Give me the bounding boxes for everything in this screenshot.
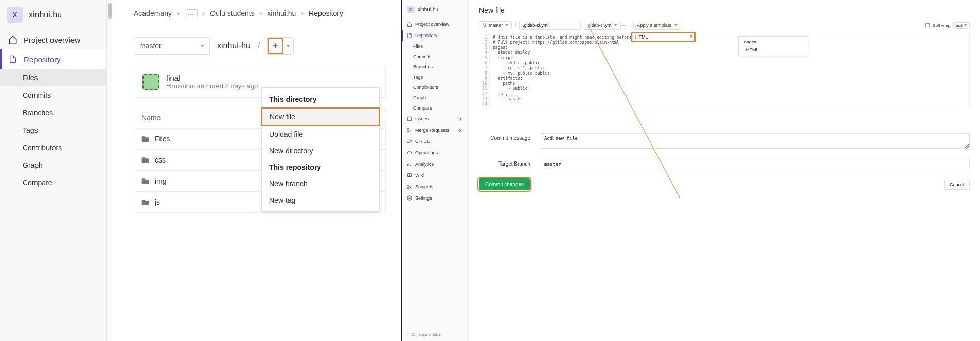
issues-icon	[407, 116, 412, 121]
scroll-thumb[interactable]	[108, 3, 112, 19]
svg-point-3	[407, 128, 409, 130]
commit-message-input[interactable]	[541, 133, 970, 149]
nav-sub-contributors[interactable]: Contributors	[0, 139, 106, 156]
file-icon	[8, 55, 17, 64]
chevron-down-icon	[964, 24, 967, 26]
bc-ellipsis[interactable]: …	[185, 9, 198, 17]
nav-sub-graph[interactable]: Graph	[0, 156, 106, 174]
project-avatar: X	[7, 7, 23, 23]
chevron-right-icon: ›	[203, 9, 205, 17]
target-branch-input[interactable]	[541, 159, 970, 169]
file-toolbar: master / .gitlab-ci.yml → Apply a templa…	[479, 21, 970, 30]
close-icon[interactable]: ✕	[689, 34, 693, 39]
branch-select[interactable]: master	[479, 21, 512, 29]
template-select[interactable]: Apply a template	[633, 21, 681, 30]
issues-badge: 0	[457, 117, 463, 121]
add-caret[interactable]	[283, 38, 293, 54]
template-dd-heading: Pages	[739, 38, 808, 46]
filename-input[interactable]	[519, 21, 581, 30]
dd-new-directory[interactable]: New directory	[262, 142, 379, 159]
nav-ops-label: Operations	[415, 150, 438, 155]
content-right: New file master / .gitlab-ci.yml → Apply	[469, 0, 980, 341]
dd-new-tag[interactable]: New tag	[262, 192, 379, 208]
fork-icon	[483, 23, 487, 27]
nav-sub-tags[interactable]: Tags	[402, 72, 468, 82]
chevron-right-icon: ›	[260, 9, 262, 17]
gear-icon	[407, 195, 412, 201]
path-slash: /	[258, 41, 260, 50]
softwrap-label: Soft wrap	[933, 23, 950, 28]
nav-sub-graph[interactable]: Graph	[402, 93, 468, 103]
dd-upload-file[interactable]: Upload file	[262, 126, 379, 142]
page-title: New file	[479, 6, 970, 14]
nav-sub-compare[interactable]: Compare	[0, 174, 106, 191]
nav-overview-label: Project overview	[24, 35, 80, 44]
scissors-icon	[407, 184, 412, 189]
nav-sub-tags[interactable]: Tags	[0, 121, 106, 139]
nav-wiki[interactable]: Wiki	[402, 170, 468, 181]
nav-overview[interactable]: Project overview	[402, 19, 468, 30]
nav-cicd[interactable]: CI / CD	[402, 136, 468, 147]
nav-snippets[interactable]: Snippets	[402, 181, 468, 192]
nav-sub-branches[interactable]: Branches	[402, 62, 468, 72]
code-body[interactable]: # This file is a template, and might nee…	[490, 33, 969, 107]
svg-point-4	[407, 131, 409, 132]
code-editor[interactable]: 1234567891011121314 # This file is a tem…	[479, 33, 970, 107]
nav-sub-contributors[interactable]: Contributors	[402, 82, 468, 93]
nav-settings[interactable]: Settings	[402, 192, 468, 204]
add-button[interactable]	[268, 38, 283, 54]
svg-point-12	[409, 198, 411, 199]
bc-xinhui[interactable]: xinhui.hu	[267, 9, 296, 17]
dd-new-branch[interactable]: New branch	[262, 175, 379, 192]
nav-overview[interactable]: Project overview	[0, 30, 106, 49]
template-dd-html[interactable]: HTML	[739, 46, 808, 54]
home-icon	[8, 35, 17, 44]
nav-sub-files[interactable]: Files	[0, 69, 106, 86]
path-label[interactable]: xinhui-hu	[217, 41, 251, 50]
collapse-sidebar[interactable]: « Collapse sidebar	[407, 332, 442, 337]
nav-merge-requests[interactable]: Merge Requests 0	[402, 124, 468, 136]
nav-sub-compare[interactable]: Compare	[402, 103, 468, 113]
home-icon	[407, 22, 412, 27]
svg-rect-2	[407, 117, 412, 121]
nav-sub-commits[interactable]: Commits	[402, 51, 468, 62]
nav-sub-files[interactable]: Files	[402, 41, 468, 51]
nav-analytics[interactable]: Analytics	[402, 158, 468, 170]
project-name: xinhui.hu	[29, 10, 62, 20]
folder-icon	[141, 135, 150, 142]
template-filter-input[interactable]	[631, 32, 696, 42]
template-select-label: Apply a template	[637, 23, 671, 28]
cloud-icon	[407, 150, 412, 155]
chevron-left-icon: «	[407, 332, 409, 337]
nav-repository[interactable]: Repository	[402, 30, 468, 41]
branch-select-label: master	[139, 42, 162, 50]
nav-analytics-label: Analytics	[415, 161, 434, 167]
bc-oulu[interactable]: Oulu students	[210, 9, 254, 17]
commit-title[interactable]: final	[166, 74, 258, 82]
chevron-right-icon: ›	[177, 9, 180, 17]
nav-cicd-label: CI / CD	[415, 139, 431, 144]
nav-sub-commits[interactable]: Commits	[0, 86, 106, 104]
target-branch-label: Target Branch	[479, 159, 530, 167]
softwrap-checkbox[interactable]	[925, 23, 930, 27]
project-header: X xinhui.hu	[402, 4, 468, 19]
branch-select[interactable]: master	[134, 37, 210, 55]
merge-icon	[407, 128, 412, 133]
folder-icon	[141, 156, 150, 164]
nav-repository-label: Repository	[24, 55, 61, 64]
commit-avatar	[142, 74, 159, 90]
nav-repository[interactable]: Repository	[0, 49, 106, 69]
bc-academany[interactable]: Academany	[134, 9, 172, 17]
text-mode-select[interactable]: text	[953, 22, 970, 29]
cancel-button[interactable]: Cancel	[944, 180, 970, 190]
dd-new-file[interactable]: New file	[261, 107, 380, 126]
code-gutter: 1234567891011121314	[479, 33, 490, 107]
nav-issues[interactable]: Issues 0	[402, 113, 468, 124]
nav-settings-label: Settings	[415, 195, 432, 201]
nav-sub-branches[interactable]: Branches	[0, 104, 106, 121]
scrollbar[interactable]	[107, 0, 112, 341]
sidebar-left: X xinhui.hu Project overview Repository …	[0, 0, 107, 341]
add-dropdown-menu: This directory New file Upload file New …	[261, 87, 380, 212]
commit-changes-button[interactable]: Commit changes	[479, 178, 530, 190]
nav-operations[interactable]: Operations	[402, 147, 468, 158]
